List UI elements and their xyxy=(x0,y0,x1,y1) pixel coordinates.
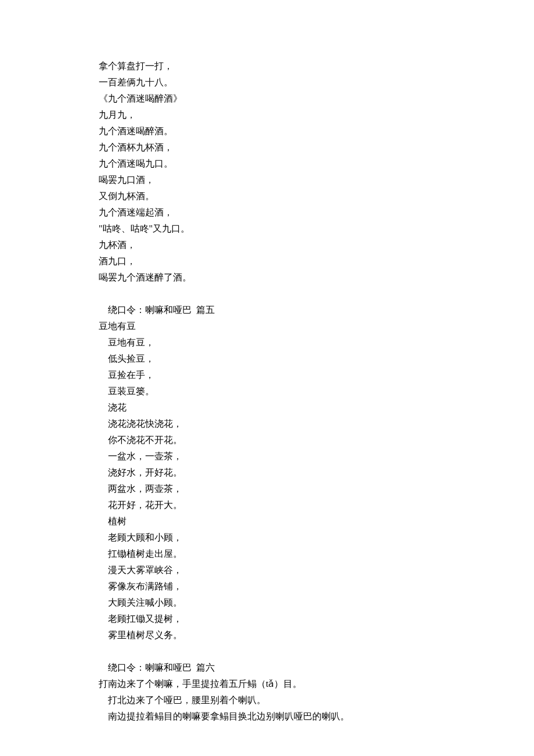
text-line: 九个酒杯九杯酒， xyxy=(99,139,435,156)
text-line: 豆地有豆， xyxy=(99,334,435,351)
text-line: 豆捡在手， xyxy=(99,367,435,383)
section-gap xyxy=(99,286,435,302)
text-line: 老顾大顾和小顾， xyxy=(99,530,435,546)
text-line: 九月九， xyxy=(99,107,435,123)
text-line: 九个酒迷喝九口。 xyxy=(99,156,435,172)
document-page: 拿个算盘打一打，一百差俩九十八。《九个酒迷喝醉酒》九月九，九个酒迷喝醉酒。九个酒… xyxy=(0,0,534,756)
text-line: 大顾关注喊小顾。 xyxy=(99,595,435,611)
text-line: 绕口令：喇嘛和哑巴 篇五 xyxy=(99,302,435,318)
text-line: 花开好，花开大。 xyxy=(99,497,435,513)
text-line: 浇好水，开好花。 xyxy=(99,465,435,481)
text-line: 豆装豆篓。 xyxy=(99,383,435,399)
text-line: 豆地有豆 xyxy=(99,318,435,334)
section-gap xyxy=(99,643,435,660)
text-line: 喝罢九口酒， xyxy=(99,172,435,188)
text-line: "咕咚、咕咚"又九口。 xyxy=(99,221,435,237)
text-line: 你不浇花不开花。 xyxy=(99,432,435,448)
text-line: 南边提拉着鳎目的喇嘛要拿鳎目换北边别喇叭哑巴的喇叭。 xyxy=(99,708,435,725)
text-line: 拿个算盘打一打， xyxy=(99,58,435,74)
text-line: 浇花浇花快浇花， xyxy=(99,416,435,432)
text-line: 九个酒迷端起酒， xyxy=(99,204,435,221)
text-line: 打南边来了个喇嘛，手里提拉着五斤鳎（tǎ）目。 xyxy=(99,676,435,692)
text-line: 喝罢九个酒迷醉了酒。 xyxy=(99,269,435,286)
text-line: 九个酒迷喝醉酒。 xyxy=(99,123,435,139)
text-line: 一百差俩九十八。 xyxy=(99,74,435,91)
text-line: 绕口令：喇嘛和哑巴 篇六 xyxy=(99,660,435,676)
text-line: 一盆水，一壶茶， xyxy=(99,448,435,465)
text-line: 低头捡豆， xyxy=(99,351,435,367)
text-line: 又倒九杯酒。 xyxy=(99,188,435,204)
text-line: 《九个酒迷喝醉酒》 xyxy=(99,91,435,107)
text-line: 雾里植树尽义务。 xyxy=(99,627,435,643)
text-line: 两盆水，两壶茶， xyxy=(99,481,435,497)
text-line: 浇花 xyxy=(99,399,435,416)
text-line: 植树 xyxy=(99,513,435,530)
text-line: 漫天大雾罩峡谷， xyxy=(99,562,435,578)
text-line: 扛锄植树走出屋。 xyxy=(99,546,435,562)
text-line: 打北边来了个哑巴，腰里别着个喇叭。 xyxy=(99,692,435,708)
text-line: 酒九口， xyxy=(99,253,435,269)
document-content: 拿个算盘打一打，一百差俩九十八。《九个酒迷喝醉酒》九月九，九个酒迷喝醉酒。九个酒… xyxy=(99,58,435,725)
text-line: 雾像灰布满路铺， xyxy=(99,578,435,595)
text-line: 老顾扛锄又提树， xyxy=(99,611,435,627)
text-line: 九杯酒， xyxy=(99,237,435,253)
